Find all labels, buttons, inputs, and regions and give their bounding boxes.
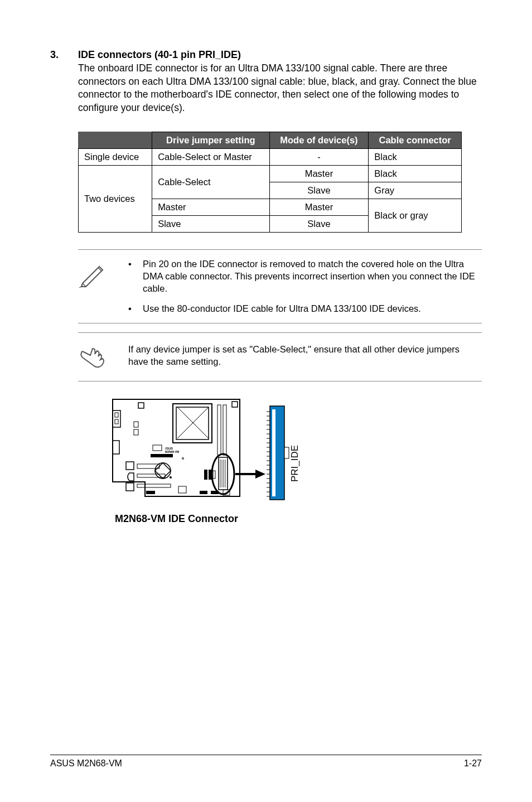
svg-rect-41 <box>270 406 284 500</box>
cell-two-jumper: Cable-Select <box>152 165 269 199</box>
svg-rect-31 <box>219 457 228 490</box>
section-number: 3. <box>50 49 59 115</box>
svg-rect-38 <box>213 471 215 479</box>
th-jumper: Drive jumper setting <box>152 132 269 148</box>
cell-two-cable2: Gray <box>369 182 462 199</box>
svg-text:M2N68-VM: M2N68-VM <box>165 450 179 453</box>
svg-text:PRI_IDE: PRI_IDE <box>289 445 300 481</box>
page-footer: ASUS M2N68-VM 1-27 <box>50 755 482 769</box>
note-block-pencil: •Pin 20 on the IDE connector is removed … <box>78 249 482 323</box>
svg-rect-26 <box>178 486 186 493</box>
pencil-icon <box>78 258 112 315</box>
hand-icon <box>78 341 112 373</box>
th-cable: Cable connector <box>369 132 462 148</box>
svg-rect-20 <box>126 462 134 470</box>
cell-two-mode1: Master <box>269 165 369 182</box>
section-title: IDE connectors (40-1 pin PRI_IDE) <box>78 49 482 61</box>
svg-rect-9 <box>217 405 221 455</box>
note-item: •Pin 20 on the IDE connector is removed … <box>128 258 478 295</box>
cell-two-mode2: Slave <box>269 182 369 199</box>
svg-rect-0 <box>138 403 144 408</box>
svg-rect-2 <box>115 413 118 417</box>
diagram-caption: M2N68-VM IDE Connector <box>115 513 482 525</box>
svg-rect-24 <box>137 484 171 487</box>
svg-rect-6 <box>113 441 119 454</box>
th-mode: Mode of device(s) <box>269 132 369 148</box>
svg-marker-40 <box>255 470 265 479</box>
svg-rect-37 <box>209 470 212 480</box>
th-blank <box>79 132 152 148</box>
config-table: Drive jumper setting Mode of device(s) C… <box>78 132 462 233</box>
svg-rect-23 <box>126 483 134 491</box>
svg-rect-15 <box>151 454 173 457</box>
svg-point-19 <box>170 476 172 479</box>
footer-left: ASUS M2N68-VM <box>50 758 122 769</box>
cell-two-mode4: Slave <box>269 215 369 232</box>
cell-two-cable3: Black or gray <box>369 199 462 232</box>
table-header-row: Drive jumper setting Mode of device(s) C… <box>79 132 462 148</box>
svg-rect-11 <box>232 402 238 407</box>
bullet-icon: • <box>128 258 133 295</box>
svg-point-16 <box>182 457 184 459</box>
cell-two-label: Two devices <box>79 165 152 232</box>
note-list: •Pin 20 on the IDE connector is removed … <box>128 258 478 315</box>
section-block: 3. IDE connectors (40-1 pin PRI_IDE) The… <box>50 49 482 115</box>
svg-rect-63 <box>284 447 289 458</box>
note-text: Pin 20 on the IDE connector is removed t… <box>143 258 478 295</box>
table-row: Two devices Cable-Select Master Black <box>79 165 462 182</box>
table-row: Single device Cable-Select or Master - B… <box>79 148 462 165</box>
cell-single-label: Single device <box>79 148 152 165</box>
svg-rect-27 <box>200 491 207 494</box>
svg-rect-42 <box>272 409 275 496</box>
svg-rect-3 <box>115 419 118 424</box>
note-block-hand: If any device jumper is set as "Cable-Se… <box>78 332 482 381</box>
svg-rect-12 <box>153 445 162 451</box>
cell-single-cable: Black <box>369 148 462 165</box>
svg-rect-10 <box>223 405 226 455</box>
note-item: •Use the 80-conductor IDE cable for Ultr… <box>128 302 478 315</box>
section-body: IDE connectors (40-1 pin PRI_IDE) The on… <box>78 49 482 115</box>
cell-two-jumper2: Master <box>152 199 269 215</box>
note-text: If any device jumper is set as "Cable-Se… <box>128 341 478 373</box>
motherboard-diagram: /SUS M2N68-VM <box>112 398 482 525</box>
cell-single-mode: - <box>269 148 369 165</box>
cell-two-mode3: Master <box>269 199 369 215</box>
section-text: The onboard IDE connector is for an Ultr… <box>78 62 482 115</box>
svg-rect-5 <box>134 429 138 435</box>
note-text: Use the 80-conductor IDE cable for Ultra… <box>143 302 421 315</box>
svg-rect-25 <box>146 491 155 494</box>
cell-single-jumper: Cable-Select or Master <box>152 148 269 165</box>
cell-two-cable1: Black <box>369 165 462 182</box>
bullet-icon: • <box>128 302 133 315</box>
svg-rect-4 <box>134 422 138 427</box>
footer-right: 1-27 <box>464 758 482 769</box>
svg-rect-36 <box>204 470 207 480</box>
cell-two-jumper3: Slave <box>152 215 269 232</box>
